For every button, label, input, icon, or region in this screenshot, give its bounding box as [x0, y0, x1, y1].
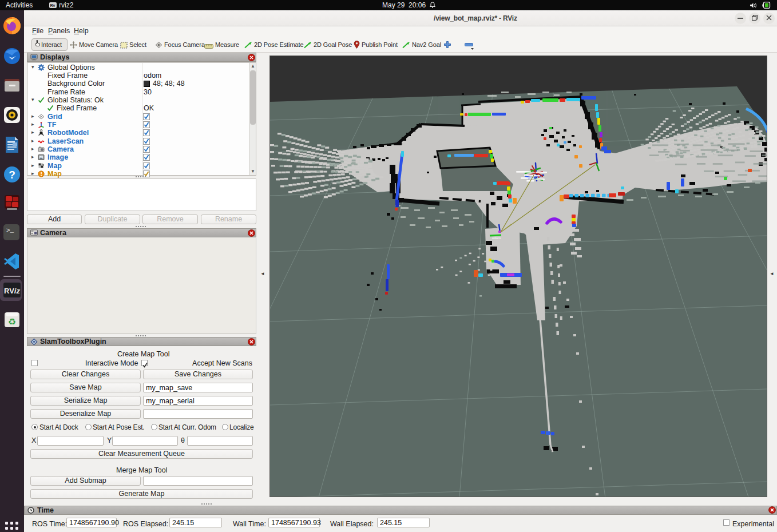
- svg-text:odom: odom: [492, 236, 501, 240]
- svg-text:RViz: RViz: [4, 287, 20, 295]
- svg-text:Rv: Rv: [50, 3, 56, 7]
- svg-text:♻: ♻: [8, 317, 16, 327]
- svg-text:>_: >_: [6, 227, 14, 234]
- svg-text:?: ?: [9, 169, 15, 181]
